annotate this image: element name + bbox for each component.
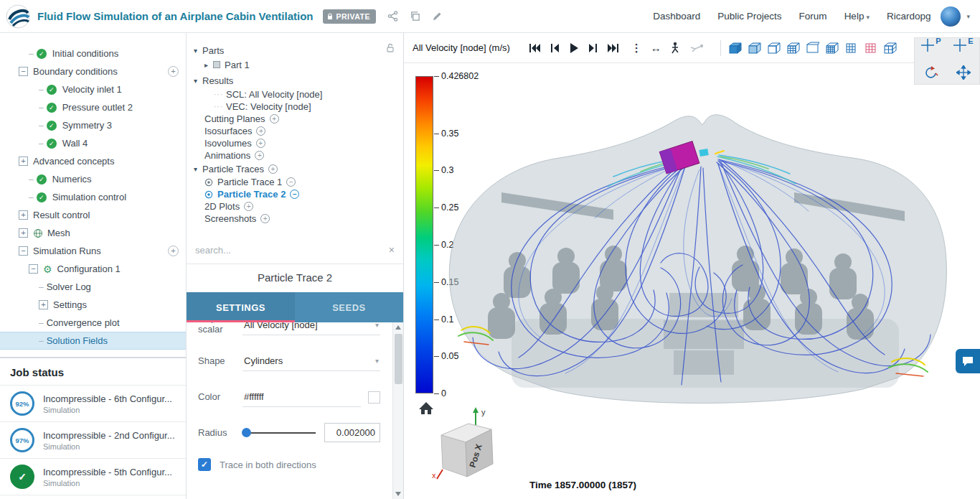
tree-item-initial-conditions[interactable]: – ✓ Initial conditions <box>0 45 186 62</box>
duplicate-icon[interactable] <box>410 11 420 22</box>
scrollbar-thumb[interactable] <box>395 334 402 384</box>
tree-item-animations[interactable]: Animations + <box>187 149 403 162</box>
job-row[interactable]: 97% Incompressible - 2nd Configur... Sim… <box>0 422 186 459</box>
add-icon[interactable]: + <box>256 126 265 136</box>
nav-dashboard[interactable]: Dashboard <box>653 11 700 22</box>
clear-search-icon[interactable]: × <box>389 244 395 256</box>
skip-to-end-button[interactable] <box>607 43 619 53</box>
tree-item-numerics[interactable]: – ✓ Numerics <box>0 170 186 188</box>
tree-item-particle-trace-2[interactable]: Particle Trace 2 − <box>187 188 403 200</box>
rotate-view-button[interactable] <box>915 61 947 84</box>
tree-item-advanced-concepts[interactable]: + Advanced concepts <box>0 152 186 170</box>
chevron-down-icon[interactable]: ▾ <box>194 77 202 85</box>
tree-item-configuration-1[interactable]: − ⚙ Configuration 1 <box>0 260 186 278</box>
tree-item-symmetry-3[interactable]: – ✓ Symmetry 3 <box>0 116 186 134</box>
tree-item-velocity-inlet-1[interactable]: – ✓ Velocity inlet 1 <box>0 80 186 98</box>
color-swatch[interactable] <box>368 391 380 404</box>
add-icon[interactable]: + <box>255 151 264 160</box>
tree-item-settings[interactable]: + Settings <box>0 296 186 314</box>
add-icon[interactable]: + <box>256 139 265 148</box>
tree-item-2d-plots[interactable]: 2D Plots + <box>187 200 403 213</box>
tree-item-cutting-planes[interactable]: Cutting Planes + <box>187 113 403 125</box>
nav-forum[interactable]: Forum <box>799 11 827 22</box>
view-cube-solid-icon[interactable] <box>728 42 743 55</box>
fly-mode-icon[interactable] <box>689 43 704 53</box>
time-range-icon[interactable]: ↔ <box>651 42 661 54</box>
view-flat-box-icon[interactable] <box>806 42 820 55</box>
view-cube-front-grid-icon[interactable] <box>786 42 801 55</box>
tree-item-mesh[interactable]: + Mesh <box>0 224 186 242</box>
add-icon[interactable]: + <box>168 66 179 77</box>
previous-frame-button[interactable] <box>550 43 560 53</box>
view-grid-highlight-icon[interactable] <box>864 42 878 55</box>
skip-to-start-button[interactable] <box>529 43 541 53</box>
tree-item-isosurfaces[interactable]: Isosurfaces + <box>187 125 403 137</box>
tree-item-result-control[interactable]: + Result control <box>0 206 186 224</box>
tab-settings[interactable]: SETTINGS <box>187 292 295 322</box>
tree-item-particle-traces[interactable]: ▾ Particle Traces + <box>187 162 403 176</box>
tree-item-part-1[interactable]: ▸ Part 1 <box>187 57 403 73</box>
more-options-icon[interactable]: ⋮ <box>631 42 642 55</box>
pan-view-button[interactable] <box>947 61 979 84</box>
share-icon[interactable] <box>387 11 398 22</box>
tree-item-isovolumes[interactable]: Isovolumes + <box>187 137 403 149</box>
tree-item-simulation-control[interactable]: – ✓ Simulation control <box>0 188 186 206</box>
add-icon[interactable]: + <box>268 164 278 174</box>
settings-scrollbar[interactable] <box>392 322 403 499</box>
trace-direction-checkbox[interactable]: ✓ <box>198 458 211 471</box>
expand-icon[interactable]: + <box>19 228 28 238</box>
chat-button[interactable] <box>956 349 980 373</box>
view-cube-two-face-grid-icon[interactable] <box>883 42 897 55</box>
add-icon[interactable]: + <box>168 246 179 256</box>
chevron-down-icon[interactable]: ▾ <box>194 47 202 55</box>
view-box-side-grid-icon[interactable] <box>844 42 859 55</box>
nav-help[interactable]: Help▾ <box>844 11 870 22</box>
scroll-down-icon[interactable] <box>393 489 403 499</box>
collapse-icon[interactable]: − <box>19 67 28 76</box>
walk-mode-icon[interactable] <box>670 42 680 55</box>
job-row[interactable]: 92% Incompressible - 6th Configur... Sim… <box>0 386 186 422</box>
visibility-icon[interactable] <box>204 190 213 199</box>
username[interactable]: Ricardopg <box>887 11 931 22</box>
shape-select[interactable]: Cylinders ▾ <box>242 351 380 371</box>
collapse-icon[interactable]: − <box>19 246 28 256</box>
slider-thumb[interactable] <box>242 428 251 437</box>
tree-item-simulation-runs[interactable]: − Simulation Runs + <box>0 242 186 260</box>
tree-item-boundary-conditions[interactable]: − Boundary conditions + <box>0 62 186 80</box>
tree-item-convergence-plot[interactable]: – Convergence plot <box>0 314 186 332</box>
remove-icon[interactable]: − <box>290 190 299 199</box>
chevron-right-icon[interactable]: ▸ <box>204 61 213 69</box>
chevron-down-icon[interactable]: ▾ <box>194 165 202 173</box>
expand-icon[interactable]: + <box>19 157 28 166</box>
search-input[interactable] <box>195 245 389 256</box>
probe-element-button[interactable]: E <box>947 38 979 61</box>
edit-icon[interactable] <box>432 11 443 22</box>
remove-icon[interactable]: − <box>286 177 296 187</box>
radius-slider[interactable] <box>242 428 316 438</box>
add-icon[interactable]: + <box>244 202 253 211</box>
tree-item-solver-log[interactable]: – Solver Log <box>0 278 186 296</box>
3d-scene[interactable] <box>433 78 978 451</box>
nav-public-projects[interactable]: Public Projects <box>717 11 781 22</box>
map-scalar-select[interactable]: All Velocity [node] ▾ <box>242 322 380 335</box>
radius-value-input[interactable] <box>324 423 380 442</box>
tree-item-results[interactable]: ▾ Results <box>187 73 403 88</box>
tree-item-screenshots[interactable]: Screenshots + <box>187 213 403 225</box>
tree-item-solution-fields[interactable]: – Solution Fields <box>0 332 186 350</box>
expand-icon[interactable]: + <box>39 300 48 309</box>
slider-track[interactable] <box>242 432 316 434</box>
scroll-up-icon[interactable] <box>393 322 403 332</box>
play-button[interactable] <box>569 42 579 54</box>
expand-icon[interactable]: + <box>19 210 28 220</box>
color-input[interactable]: #ffffff <box>242 387 361 407</box>
avatar[interactable] <box>941 6 961 27</box>
orientation-cube[interactable]: y Pos X x <box>431 406 499 482</box>
view-cube-dense-grid-icon[interactable] <box>825 42 839 55</box>
tree-item-scl-velocity[interactable]: ··· SCL: All Velocity [node] <box>187 88 403 101</box>
add-icon[interactable]: + <box>260 214 270 223</box>
tree-item-wall-4[interactable]: – ✓ Wall 4 <box>0 134 186 152</box>
lock-icon[interactable] <box>386 43 395 56</box>
collapse-icon[interactable]: − <box>29 264 38 274</box>
tree-item-particle-trace-1[interactable]: Particle Trace 1 − <box>187 176 403 188</box>
probe-point-button[interactable]: P <box>915 38 947 61</box>
